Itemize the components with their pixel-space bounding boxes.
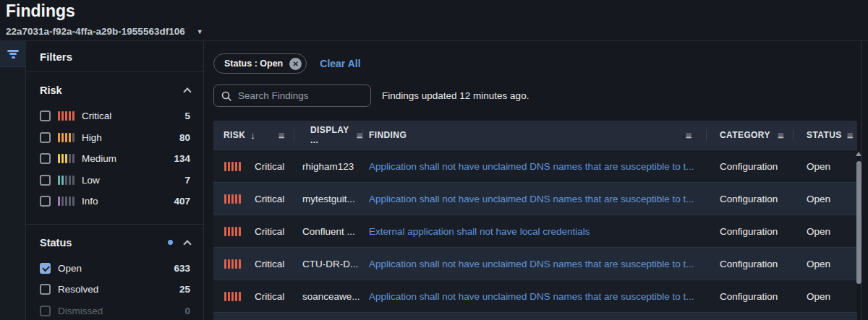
page-title: Findings bbox=[6, 0, 75, 22]
filter-item-high[interactable]: High 80 bbox=[40, 127, 190, 149]
findings-table: RISK ↓ ≡ DISPLAY ... ≡ FINDING ≡ CATEGOR… bbox=[213, 121, 857, 320]
status: Open bbox=[793, 226, 857, 237]
risk-bars-icon bbox=[58, 176, 75, 185]
checkbox[interactable] bbox=[40, 132, 51, 143]
column-header-risk[interactable]: RISK ↓ ≡ bbox=[213, 121, 294, 150]
category: Configuration bbox=[707, 291, 793, 302]
status: Open bbox=[793, 259, 857, 269]
filter-count: 633 bbox=[174, 263, 190, 274]
display-name: soanceawe... bbox=[294, 291, 363, 302]
filter-item-info[interactable]: Info 407 bbox=[40, 191, 190, 212]
finding-link[interactable]: Application shall not have unclaimed DNS… bbox=[369, 291, 694, 302]
risk-label: Critical bbox=[255, 194, 284, 204]
filter-item-dismissed: Dismissed 0 bbox=[40, 300, 190, 320]
table-row[interactable]: Critical rhigham123 Application shall no… bbox=[213, 150, 857, 182]
filters-title: Filters bbox=[27, 41, 203, 72]
table-header: RISK ↓ ≡ DISPLAY ... ≡ FINDING ≡ CATEGOR… bbox=[213, 121, 857, 150]
category: Configuration bbox=[707, 161, 793, 172]
risk-bars-icon bbox=[224, 194, 241, 204]
status: Open bbox=[793, 194, 857, 204]
column-label: RISK bbox=[224, 130, 245, 140]
checkbox[interactable] bbox=[40, 175, 51, 186]
filter-label: Medium bbox=[82, 153, 116, 164]
risk-bars-icon bbox=[58, 196, 75, 206]
table-row[interactable]: Critical soanceawe... Application shall … bbox=[213, 280, 857, 312]
risk-filter-list: Critical 5 High 80 Medium 134 Low 7 bbox=[40, 105, 190, 212]
column-menu-icon[interactable]: ≡ bbox=[686, 129, 692, 142]
risk-bars-icon bbox=[224, 292, 241, 301]
filter-label: Info bbox=[82, 196, 98, 207]
search-box[interactable] bbox=[213, 85, 371, 107]
filter-label: Resolved bbox=[58, 284, 98, 295]
risk-label: Critical bbox=[255, 259, 284, 269]
category: Configuration bbox=[707, 226, 793, 237]
risk-bars-icon bbox=[224, 227, 241, 236]
filter-item-open[interactable]: Open 633 bbox=[40, 258, 190, 280]
table-row[interactable]: Critical Confluent ... External applicat… bbox=[213, 215, 857, 247]
search-input[interactable] bbox=[238, 90, 363, 101]
column-menu-icon[interactable]: ≡ bbox=[278, 129, 285, 142]
filter-item-medium[interactable]: Medium 134 bbox=[40, 148, 190, 170]
close-icon[interactable]: ✕ bbox=[289, 58, 302, 70]
scrollbar-thumb[interactable] bbox=[856, 161, 861, 284]
checkbox[interactable] bbox=[40, 196, 51, 207]
section-divider bbox=[27, 224, 203, 225]
column-menu-icon[interactable]: ≡ bbox=[778, 129, 784, 142]
checkbox[interactable] bbox=[40, 153, 51, 164]
checkbox[interactable] bbox=[40, 284, 51, 295]
updated-timestamp: Findings updated 12 minutes ago. bbox=[382, 85, 529, 107]
filter-toggle-strip bbox=[0, 41, 26, 320]
filter-item-critical[interactable]: Critical 5 bbox=[40, 105, 190, 127]
status-filter-list: Open 633 Resolved 25 Dismissed 0 bbox=[40, 258, 190, 320]
filter-count: 407 bbox=[174, 196, 190, 207]
table-row-partial bbox=[213, 312, 857, 320]
column-label: FINDING bbox=[369, 130, 407, 140]
column-header-finding[interactable]: FINDING ≡ bbox=[363, 121, 707, 150]
finding-link[interactable]: Application shall not have unclaimed DNS… bbox=[369, 161, 694, 172]
risk-bars-icon bbox=[224, 162, 241, 171]
filter-count: 80 bbox=[179, 132, 190, 143]
column-label: CATEGORY bbox=[720, 130, 770, 140]
scroll-up-arrow-icon[interactable] bbox=[856, 152, 861, 156]
column-header-display-name[interactable]: DISPLAY ... ≡ bbox=[294, 121, 363, 150]
finding-link[interactable]: External application shall not have loca… bbox=[369, 226, 590, 237]
active-filters-row: Status : Open ✕ Clear All bbox=[213, 53, 361, 74]
scope-dropdown[interactable]: 22a7031a-f92a-4ffa-a29b-1955563df106 ▼ bbox=[6, 26, 203, 37]
checkbox[interactable] bbox=[40, 111, 51, 121]
filter-label: Dismissed bbox=[58, 306, 103, 316]
risk-section-label: Risk bbox=[40, 85, 62, 96]
status-section-header[interactable]: Status bbox=[40, 230, 190, 255]
filter-label: Low bbox=[82, 175, 100, 186]
risk-section-header[interactable]: Risk bbox=[40, 78, 190, 103]
filter-item-low[interactable]: Low 7 bbox=[40, 170, 190, 191]
clear-all-link[interactable]: Clear All bbox=[320, 58, 360, 69]
chevron-up-icon[interactable] bbox=[183, 240, 191, 248]
finding-link[interactable]: Application shall not have unclaimed DNS… bbox=[369, 194, 694, 204]
checkbox-disabled bbox=[40, 306, 51, 316]
filter-count: 0 bbox=[184, 306, 190, 316]
filter-count: 25 bbox=[179, 284, 190, 295]
table-scrollbar[interactable] bbox=[856, 152, 861, 320]
filter-toggle-button[interactable] bbox=[0, 41, 26, 67]
column-header-status[interactable]: STATUS ≡ bbox=[793, 121, 857, 150]
column-menu-icon[interactable]: ≡ bbox=[357, 129, 363, 142]
display-name: CTU-DR-D... bbox=[294, 259, 363, 269]
risk-label: Critical bbox=[255, 226, 284, 237]
table-row[interactable]: Critical CTU-DR-D... Application shall n… bbox=[213, 247, 857, 280]
column-header-category[interactable]: CATEGORY ≡ bbox=[707, 121, 793, 150]
search-icon bbox=[221, 91, 231, 101]
funnel-filter-icon bbox=[7, 48, 19, 59]
checkbox-checked[interactable] bbox=[40, 263, 51, 274]
table-row[interactable]: Critical mytestguit... Application shall… bbox=[213, 182, 857, 215]
display-name: rhigham123 bbox=[294, 161, 363, 172]
caret-down-icon[interactable]: ▼ bbox=[197, 28, 203, 35]
chevron-up-icon[interactable] bbox=[183, 87, 191, 95]
filter-item-resolved[interactable]: Resolved 25 bbox=[40, 279, 190, 300]
status-section-label: Status bbox=[40, 237, 72, 248]
findings-page: Findings 22a7031a-f92a-4ffa-a29b-1955563… bbox=[0, 0, 868, 320]
finding-link[interactable]: Application shall not have unclaimed DNS… bbox=[369, 259, 694, 269]
column-menu-icon[interactable]: ≡ bbox=[847, 129, 854, 142]
scope-id: 22a7031a-f92a-4ffa-a29b-1955563df106 bbox=[6, 26, 185, 37]
sort-desc-icon[interactable]: ↓ bbox=[250, 130, 255, 141]
risk-label: Critical bbox=[255, 291, 284, 302]
